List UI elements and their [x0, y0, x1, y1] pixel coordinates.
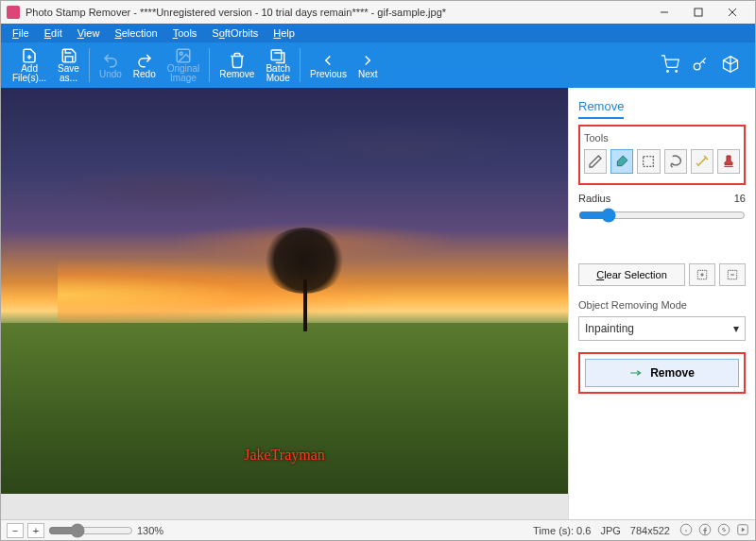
tool-lasso[interactable] [664, 149, 687, 174]
menu-softorbits[interactable]: SoftOrbits [204, 25, 266, 41]
canvas-empty-area [1, 494, 568, 519]
tools-group: Tools [578, 125, 746, 185]
status-format: JPG [600, 525, 620, 536]
chevron-down-icon: ▾ [733, 322, 739, 335]
tool-color-stamp[interactable] [717, 149, 740, 174]
cube-icon[interactable] [721, 55, 740, 76]
zoom-slider[interactable] [48, 523, 133, 538]
svg-point-4 [667, 71, 669, 73]
menu-tools[interactable]: Tools [165, 25, 205, 41]
statusbar: − + 130% Time (s): 0.6 JPG 784x522 [1, 519, 755, 540]
svg-rect-7 [644, 157, 654, 167]
status-time: Time (s): 0.6 [533, 525, 591, 536]
info-icon[interactable] [679, 523, 693, 538]
social-icon[interactable] [698, 523, 712, 538]
titlebar: Photo Stamp Remover - ****Unregistered v… [1, 1, 755, 24]
app-icon [7, 6, 20, 19]
undo-button[interactable]: Undo [94, 44, 128, 86]
image-canvas[interactable]: JakeTrayman [1, 88, 568, 494]
status-dimensions: 784x522 [630, 525, 670, 536]
toolbar: Add File(s)... Save as... Undo Redo Orig… [1, 42, 755, 88]
next-button[interactable]: Next [352, 44, 384, 86]
svg-rect-3 [271, 50, 282, 60]
remove-button[interactable]: Remove [585, 359, 739, 387]
redo-button[interactable]: Redo [128, 44, 162, 86]
canvas-area[interactable]: JakeTrayman [1, 88, 568, 519]
app-window: Photo Stamp Remover - ****Unregistered v… [0, 0, 756, 541]
svg-point-6 [694, 63, 700, 70]
minimize-button[interactable] [647, 2, 681, 23]
menu-help[interactable]: Help [266, 25, 302, 41]
tool-rectangle-select[interactable] [637, 149, 660, 174]
radius-label: Radius [578, 193, 610, 204]
svg-point-2 [180, 52, 182, 55]
remove-button-label: Remove [650, 366, 695, 380]
svg-point-5 [676, 71, 678, 73]
mode-value: Inpainting [585, 322, 634, 335]
close-button[interactable] [715, 2, 749, 23]
add-files-button[interactable]: Add File(s)... [7, 44, 52, 86]
cart-icon[interactable] [661, 55, 679, 76]
mode-select[interactable]: Inpainting ▾ [578, 316, 746, 341]
zoom-out-button[interactable]: − [7, 523, 24, 538]
radius-slider[interactable] [578, 208, 746, 223]
zoom-value: 130% [137, 525, 163, 536]
remove-toolbar-button[interactable]: Remove [214, 44, 260, 86]
link-icon[interactable] [717, 523, 730, 538]
menu-selection[interactable]: Selection [107, 25, 164, 41]
play-icon[interactable] [736, 523, 749, 538]
tool-magic-wand[interactable] [691, 149, 713, 174]
maximize-button[interactable] [681, 2, 715, 23]
tool-pencil[interactable] [584, 149, 607, 174]
tools-label: Tools [584, 132, 740, 144]
menu-edit[interactable]: Edit [37, 25, 70, 41]
clear-selection-button[interactable]: Clear Selection [578, 263, 685, 286]
svg-rect-0 [695, 8, 702, 16]
select-expand-button[interactable] [689, 263, 715, 286]
original-image-button[interactable]: Original Image [162, 44, 205, 86]
batch-mode-button[interactable]: Batch Mode [260, 44, 296, 86]
select-shrink-button[interactable] [719, 263, 746, 286]
radius-value: 16 [734, 193, 746, 204]
tool-marker[interactable] [610, 149, 633, 174]
save-as-button[interactable]: Save as... [52, 44, 85, 86]
side-panel: Remove Tools Radius 16 Clear Selection [568, 88, 755, 519]
mode-label: Object Removing Mode [578, 299, 746, 311]
menubar: File Edit View Selection Tools SoftOrbit… [1, 24, 755, 42]
menu-view[interactable]: View [70, 25, 108, 41]
side-tab-remove[interactable]: Remove [578, 95, 624, 119]
key-icon[interactable] [691, 55, 710, 76]
window-title: Photo Stamp Remover - ****Unregistered v… [26, 7, 647, 18]
previous-button[interactable]: Previous [304, 44, 352, 86]
image-watermark: JakeTrayman [244, 447, 325, 464]
menu-file[interactable]: File [5, 25, 37, 41]
zoom-in-button[interactable]: + [27, 523, 44, 538]
